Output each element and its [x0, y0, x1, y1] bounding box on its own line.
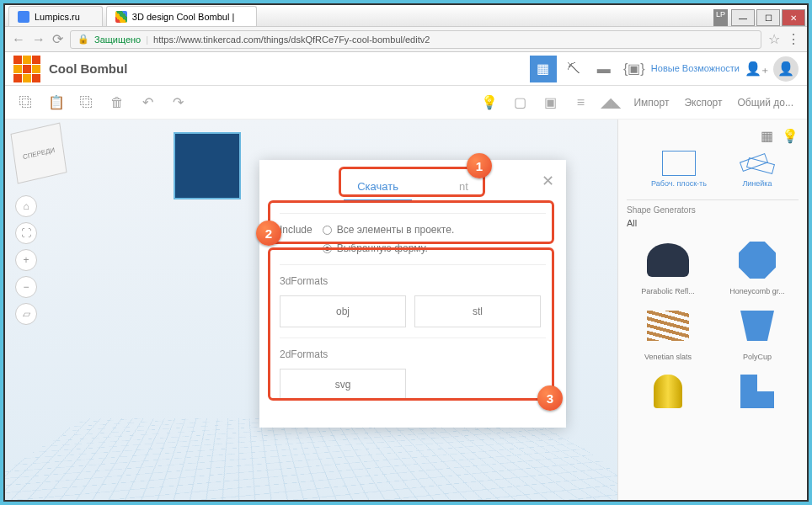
app-header: Cool Bombul ▦ ⛏ ▬ {▣} Новые Возможности …: [5, 52, 807, 86]
parabolic-icon: [647, 243, 689, 277]
polycup-icon: [740, 311, 774, 341]
mirror-icon[interactable]: ◢◣: [598, 90, 623, 115]
workplane-grid: [5, 418, 617, 500]
ungroup-icon[interactable]: ▣: [537, 90, 563, 115]
zoom-in-icon[interactable]: +: [15, 249, 37, 271]
view-code-icon[interactable]: {▣}: [621, 56, 648, 82]
window-minimize[interactable]: —: [731, 9, 755, 26]
include-label: Include: [280, 224, 313, 254]
url-text: https://www.tinkercad.com/things/dskQfRC…: [153, 35, 430, 45]
formats-2d-label: 2dFormats: [280, 348, 546, 360]
secure-label: Защищено: [94, 35, 141, 45]
tinkercad-logo[interactable]: [13, 56, 40, 82]
shape-item[interactable]: Honeycomb gr...: [716, 237, 799, 295]
corner-icon: [740, 375, 774, 408]
shape-item[interactable]: Venetian slats: [627, 302, 709, 361]
export-button[interactable]: Экспорт: [679, 97, 727, 109]
category-select[interactable]: All: [627, 215, 799, 237]
undo-icon[interactable]: ↶: [135, 90, 160, 115]
viewcube[interactable]: СПЕРЕДИ: [10, 123, 67, 184]
browser-tab-1[interactable]: Lumpics.ru: [8, 6, 103, 26]
tool-label: Линейка: [742, 179, 772, 188]
align-icon[interactable]: ≡: [568, 90, 593, 115]
radio-label: Все элементы в проекте.: [337, 224, 455, 236]
avatar[interactable]: 👤: [773, 56, 799, 82]
shape-label: Parabolic Refl...: [641, 287, 695, 295]
selected-shape[interactable]: [174, 132, 241, 199]
group-icon[interactable]: ▢: [507, 90, 532, 115]
duplicate-icon[interactable]: ⿻: [74, 90, 99, 115]
format-obj-button[interactable]: obj: [280, 295, 406, 327]
shape-item[interactable]: PolyCup: [716, 302, 799, 361]
browser-tab-2[interactable]: 3D design Cool Bombul |: [106, 6, 257, 26]
window-maximize[interactable]: ☐: [756, 9, 780, 26]
browser-titlebar: Lumpics.ru 3D design Cool Bombul | LP — …: [5, 5, 807, 27]
lock-icon: 🔒: [77, 34, 89, 45]
workplane-tool[interactable]: Рабоч. плоск-ть: [651, 151, 707, 188]
view-pickaxe-icon[interactable]: ⛏: [560, 56, 587, 82]
new-features-link[interactable]: Новые Возможности: [651, 63, 740, 73]
nav-back[interactable]: ←: [12, 32, 25, 47]
ruler-icon: [740, 151, 774, 176]
copy-icon[interactable]: ⿻: [13, 90, 39, 115]
tool-label: Рабоч. плоск-ть: [651, 179, 707, 188]
radio-all-elements[interactable]: Все элементы в проекте.: [323, 224, 455, 236]
paste-icon[interactable]: 📋: [44, 90, 69, 115]
shape-item[interactable]: [716, 368, 799, 418]
import-button[interactable]: Импорт: [628, 97, 674, 109]
tab-title: Lumpics.ru: [35, 12, 80, 22]
toolbar: ⿻ 📋 ⿻ 🗑 ↶ ↷ 💡 ▢ ▣ ≡ ◢◣ Импорт Экспорт Об…: [5, 86, 807, 120]
shape-label: Venetian slats: [644, 353, 692, 361]
view-brick-icon[interactable]: ▬: [590, 56, 617, 82]
honeycomb-icon: [739, 242, 776, 279]
section-label: Shape Generators: [627, 199, 799, 215]
radio-label: Выбранную форму.: [337, 242, 428, 254]
radio-icon: [323, 244, 332, 253]
bookmark-icon[interactable]: ☆: [768, 31, 780, 47]
zoom-out-icon[interactable]: −: [15, 276, 37, 298]
formats-3d-label: 3dFormats: [280, 275, 546, 287]
trash-icon[interactable]: 🗑: [104, 90, 130, 115]
format-svg-button[interactable]: svg: [280, 369, 406, 401]
nav-forward: →: [32, 32, 45, 47]
radio-icon: [323, 226, 332, 235]
workplane-toggle-icon[interactable]: ▦: [761, 128, 773, 144]
bulb-sidebar-icon[interactable]: 💡: [782, 128, 799, 144]
slats-icon: [647, 311, 689, 341]
shape-label: PolyCup: [743, 353, 772, 361]
download-dialog: Скачать nt ✕ Include Все элементы в прое…: [259, 160, 566, 428]
redo-icon[interactable]: ↷: [165, 90, 190, 115]
tab-print[interactable]: nt: [446, 173, 482, 201]
tab-title: 3D design Cool Bombul |: [132, 12, 234, 22]
tab-download[interactable]: Скачать: [344, 173, 412, 201]
format-stl-button[interactable]: stl: [414, 295, 541, 327]
favicon: [115, 11, 127, 23]
favicon: [18, 11, 29, 23]
fit-view-icon[interactable]: ⛶: [15, 222, 37, 244]
shape-item[interactable]: Parabolic Refl...: [627, 237, 709, 295]
workplane-icon: [662, 151, 696, 176]
bulb-icon[interactable]: 💡: [477, 90, 502, 115]
shape-item[interactable]: [627, 368, 709, 418]
share-button[interactable]: Общий до...: [733, 97, 799, 109]
shapes-sidebar: ▦ 💡 Рабоч. плоск-ть Линейка Shape Genera…: [617, 120, 807, 500]
ortho-view-icon[interactable]: ▱: [15, 303, 37, 325]
home-view-icon[interactable]: ⌂: [15, 195, 37, 217]
lp-badge: LP: [713, 9, 728, 26]
url-field[interactable]: 🔒 Защищено | https://www.tinkercad.com/t…: [70, 30, 761, 49]
view-blocks-icon[interactable]: ▦: [530, 56, 557, 82]
nav-reload[interactable]: ⟳: [52, 31, 63, 47]
dialog-close-icon[interactable]: ✕: [542, 172, 554, 190]
chrome-menu-icon[interactable]: ⋮: [787, 31, 800, 47]
cylinder-icon: [654, 375, 682, 408]
radio-selected-shape[interactable]: Выбранную форму.: [323, 242, 455, 254]
project-title[interactable]: Cool Bombul: [49, 61, 127, 76]
add-user-icon[interactable]: 👤₊: [743, 56, 770, 82]
window-close[interactable]: ✕: [782, 9, 805, 26]
shape-label: Honeycomb gr...: [729, 287, 785, 295]
ruler-tool[interactable]: Линейка: [740, 151, 774, 188]
browser-addressbar: ← → ⟳ 🔒 Защищено | https://www.tinkercad…: [5, 27, 807, 52]
